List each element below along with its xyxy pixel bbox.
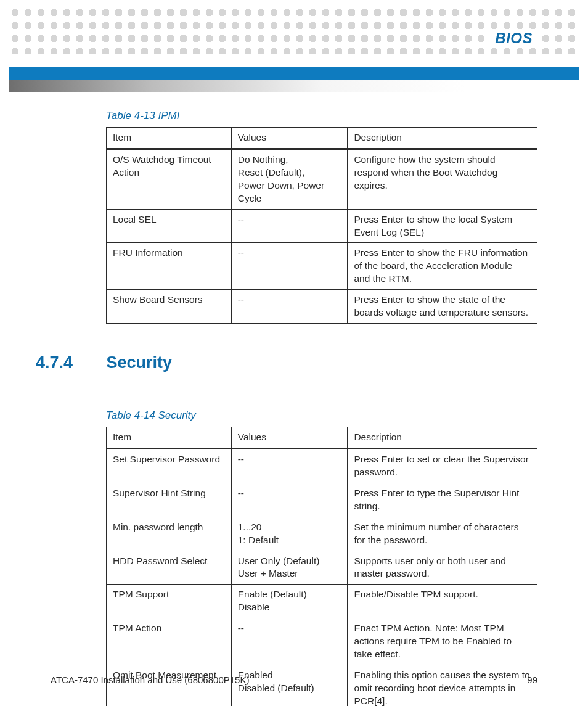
table-row: Set Supervisor Password -- Press Enter t…: [107, 448, 537, 483]
cell-item: Min. password length: [107, 517, 232, 551]
col-header-values: Values: [231, 128, 348, 149]
table-row: Show Board Sensors -- Press Enter to sho…: [107, 290, 537, 324]
cell-description: Press Enter to set or clear the Supervis…: [348, 448, 537, 483]
cell-description: Enable/Disable TPM support.: [348, 585, 537, 618]
table-4-14: Item Values Description Set Supervisor P…: [106, 427, 537, 706]
table-header-row: Item Values Description: [107, 128, 537, 149]
cell-description: Press Enter to show the local System Eve…: [348, 209, 537, 243]
cell-description: Enact TPM Action. Note: Most TPM actions…: [348, 618, 537, 665]
table-row: O/S Watchdog Timeout Action Do Nothing, …: [107, 149, 537, 209]
col-header-description: Description: [348, 128, 537, 149]
table-row: FRU Information -- Press Enter to show t…: [107, 243, 537, 290]
col-header-values: Values: [231, 427, 348, 449]
cell-description: Supports user only or both user and mast…: [348, 551, 537, 585]
cell-item: Supervisor Hint String: [107, 483, 232, 517]
table-4-13: Item Values Description O/S Watchdog Tim…: [106, 127, 537, 324]
cell-values: 1...20 1: Default: [231, 517, 348, 551]
cell-item: TPM Support: [107, 585, 232, 618]
table-row: Local SEL -- Press Enter to show the loc…: [107, 209, 537, 243]
cell-values: Enable (Default) Disable: [231, 585, 348, 618]
section-number: 4.7.4: [36, 353, 104, 372]
cell-values: --: [231, 209, 348, 243]
cell-item: HDD Password Select: [107, 551, 232, 585]
header-blue-bar: [9, 67, 579, 80]
footer-page-number: 99: [527, 675, 537, 685]
col-header-description: Description: [348, 427, 537, 449]
cell-values: Do Nothing, Reset (Default), Power Down,…: [231, 149, 348, 209]
header-gray-gradient: [9, 80, 579, 92]
cell-item: O/S Watchdog Timeout Action: [107, 149, 232, 209]
table-row: Supervisor Hint String -- Press Enter to…: [107, 483, 537, 517]
table-4-14-caption: Table 4-14 Security: [106, 409, 537, 422]
table-row: HDD Password Select User Only (Default) …: [107, 551, 537, 585]
cell-values: --: [231, 483, 348, 517]
table-row: TPM Support Enable (Default) Disable Ena…: [107, 585, 537, 618]
cell-item: Local SEL: [107, 209, 232, 243]
chapter-title: BIOS: [489, 30, 539, 47]
cell-item: Show Board Sensors: [107, 290, 232, 324]
table-4-13-caption: Table 4-13 IPMI: [106, 110, 537, 122]
page-footer: ATCA-7470 Installation and Use (6806800P…: [51, 667, 537, 685]
section-title: Security: [106, 353, 172, 372]
section-heading: 4.7.4 Security: [36, 353, 537, 372]
cell-values: --: [231, 618, 348, 665]
cell-item: FRU Information: [107, 243, 232, 290]
cell-item: Set Supervisor Password: [107, 448, 232, 483]
cell-description: Set the minimum number of characters for…: [348, 517, 537, 551]
cell-values: --: [231, 290, 348, 324]
table-header-row: Item Values Description: [107, 427, 537, 449]
cell-values: --: [231, 243, 348, 290]
col-header-item: Item: [107, 427, 232, 449]
cell-description: Configure how the system should respond …: [348, 149, 537, 209]
col-header-item: Item: [107, 128, 232, 149]
cell-description: Press Enter to show the FRU information …: [348, 243, 537, 290]
cell-item: TPM Action: [107, 618, 232, 665]
cell-values: --: [231, 448, 348, 483]
cell-description: Press Enter to show the state of the boa…: [348, 290, 537, 324]
table-row: Min. password length 1...20 1: Default S…: [107, 517, 537, 551]
cell-values: User Only (Default) User + Master: [231, 551, 348, 585]
cell-description: Press Enter to type the Supervisor Hint …: [348, 483, 537, 517]
footer-doc-title: ATCA-7470 Installation and Use (6806800P…: [51, 675, 249, 685]
table-row: TPM Action -- Enact TPM Action. Note: Mo…: [107, 618, 537, 665]
